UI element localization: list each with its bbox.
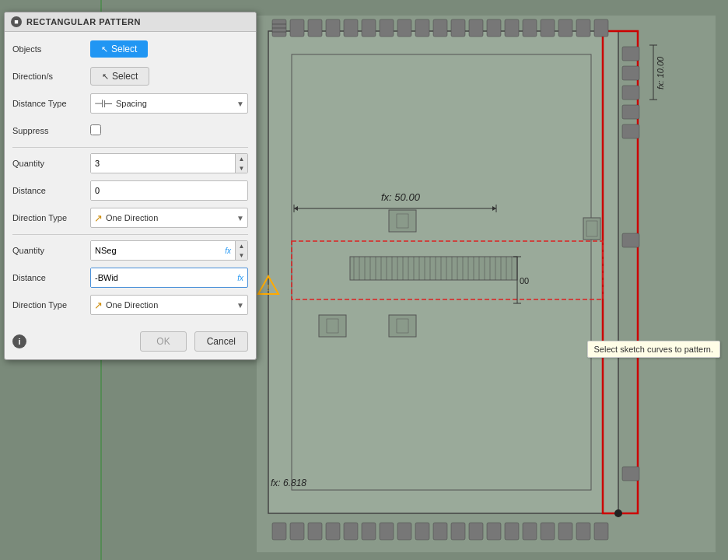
distance2-input-wrapper: fx [90, 268, 248, 288]
quantity2-input[interactable] [91, 241, 221, 260]
svg-rect-19 [541, 19, 555, 37]
objects-select-button[interactable]: ↖ Select [90, 40, 148, 58]
direction2-icon: ↗ [94, 299, 103, 311]
quantity1-input-wrapper: ▲ ▼ [90, 153, 248, 173]
svg-rect-47 [622, 86, 639, 100]
svg-rect-34 [415, 523, 429, 540]
direction-type2-value: One Direction [106, 300, 236, 310]
dialog-title-bar: ■ RECTANGULAR PATTERN [5, 12, 256, 32]
tooltip-box: Select sketch curves to pattern. [587, 341, 720, 358]
svg-rect-17 [505, 19, 519, 37]
dialog-footer: i OK Cancel [5, 327, 256, 359]
quantity1-down[interactable]: ▼ [236, 163, 247, 173]
suppress-row: Suppress [12, 120, 248, 142]
quantity2-fx-badge[interactable]: fx [221, 247, 235, 255]
suppress-checkbox[interactable] [90, 124, 101, 135]
direction-type1-label: Direction Type [12, 213, 90, 222]
direction-type1-dropdown[interactable]: ↗ One Direction ▼ [90, 208, 248, 228]
direction-type1-value: One Direction [106, 213, 236, 222]
distance-type-control[interactable]: ⊣⊢ Spacing ▼ [90, 93, 248, 114]
svg-rect-20 [558, 19, 572, 37]
svg-rect-32 [380, 523, 394, 540]
distance2-row: Distance fx [12, 267, 248, 289]
svg-rect-26 [272, 523, 286, 540]
svg-rect-41 [541, 523, 555, 540]
svg-rect-21 [576, 19, 590, 37]
svg-rect-11 [397, 19, 411, 37]
section-divider-2 [12, 234, 248, 235]
directions-select-label: Select [112, 71, 138, 82]
directions-select-button[interactable]: ↖ Select [90, 67, 149, 86]
svg-rect-18 [523, 19, 537, 37]
svg-rect-28 [308, 523, 322, 540]
distance-type-dropdown[interactable]: ⊣⊢ Spacing ▼ [90, 93, 248, 114]
svg-rect-37 [469, 523, 483, 540]
directions-control: ↖ Select [90, 67, 248, 86]
spacing-icon: ⊣⊢ [94, 97, 113, 110]
cursor-icon: ↖ [101, 44, 108, 54]
quantity2-up[interactable]: ▲ [236, 241, 247, 250]
direction-type1-control[interactable]: ↗ One Direction ▼ [90, 208, 248, 228]
ok-button[interactable]: OK [140, 331, 186, 352]
objects-label: Objects [12, 44, 90, 54]
direction1-icon: ↗ [94, 212, 103, 224]
quantity2-row: Quantity fx ▲ ▼ [12, 240, 248, 261]
suppress-label: Suppress [12, 126, 90, 135]
svg-rect-8 [344, 19, 358, 37]
distance2-input[interactable] [91, 268, 233, 287]
quantity1-label: Quantity [12, 159, 90, 168]
distance2-fx-badge[interactable]: fx [233, 274, 247, 282]
direction-type2-control[interactable]: ↗ One Direction ▼ [90, 295, 248, 315]
quantity1-control: ▲ ▼ [90, 153, 248, 173]
svg-text:fx: 50.00: fx: 50.00 [381, 191, 421, 203]
svg-rect-49 [622, 124, 639, 138]
directions-row: Direction/s ↖ Select [12, 65, 248, 87]
quantity2-control: fx ▲ ▼ [90, 240, 248, 261]
quantity2-down[interactable]: ▼ [236, 250, 247, 260]
svg-rect-51 [622, 467, 639, 481]
section-divider-1 [12, 147, 248, 148]
quantity1-up[interactable]: ▲ [236, 154, 247, 163]
quantity1-row: Quantity ▲ ▼ [12, 152, 248, 174]
suppress-control [90, 124, 248, 138]
svg-rect-5 [290, 19, 304, 37]
directions-label: Direction/s [12, 72, 90, 81]
quantity1-input[interactable] [91, 154, 235, 173]
distance-type-label: Distance Type [12, 99, 90, 108]
quantity2-input-wrapper: fx ▲ ▼ [90, 240, 248, 261]
direction-type2-label: Direction Type [12, 300, 90, 310]
distance1-row: Distance [12, 180, 248, 201]
tooltip-text: Select sketch curves to pattern. [594, 345, 713, 354]
direction-type2-arrow: ▼ [236, 301, 244, 310]
svg-rect-39 [505, 523, 519, 540]
quantity2-spinner: ▲ ▼ [235, 241, 247, 260]
info-symbol: i [18, 337, 20, 346]
cancel-button[interactable]: Cancel [194, 331, 248, 352]
info-icon[interactable]: i [12, 334, 26, 348]
quantity2-label: Quantity [12, 246, 90, 255]
svg-rect-87 [319, 315, 346, 337]
direction-type2-dropdown[interactable]: ↗ One Direction ▼ [90, 295, 248, 315]
svg-rect-36 [451, 523, 465, 540]
distance-type-value: Spacing [116, 99, 236, 108]
svg-rect-40 [523, 523, 537, 540]
svg-rect-42 [558, 523, 572, 540]
distance2-control: fx [90, 268, 248, 288]
distance2-label: Distance [12, 273, 90, 282]
direction-type1-row: Direction Type ↗ One Direction ▼ [12, 207, 248, 229]
distance1-input[interactable] [91, 181, 247, 200]
svg-point-109 [614, 509, 622, 517]
svg-rect-43 [576, 523, 590, 540]
distance-type-row: Distance Type ⊣⊢ Spacing ▼ [12, 93, 248, 114]
svg-text:!: ! [268, 284, 270, 292]
objects-control: ↖ Select [90, 40, 248, 58]
distance1-control [90, 180, 248, 201]
svg-rect-31 [362, 523, 376, 540]
objects-row: Objects ↖ Select [12, 38, 248, 60]
svg-rect-6 [308, 19, 322, 37]
dialog-title-icon: ■ [11, 16, 22, 27]
svg-rect-45 [622, 47, 639, 61]
svg-rect-9 [362, 19, 376, 37]
svg-rect-10 [380, 19, 394, 37]
svg-rect-30 [344, 523, 358, 540]
